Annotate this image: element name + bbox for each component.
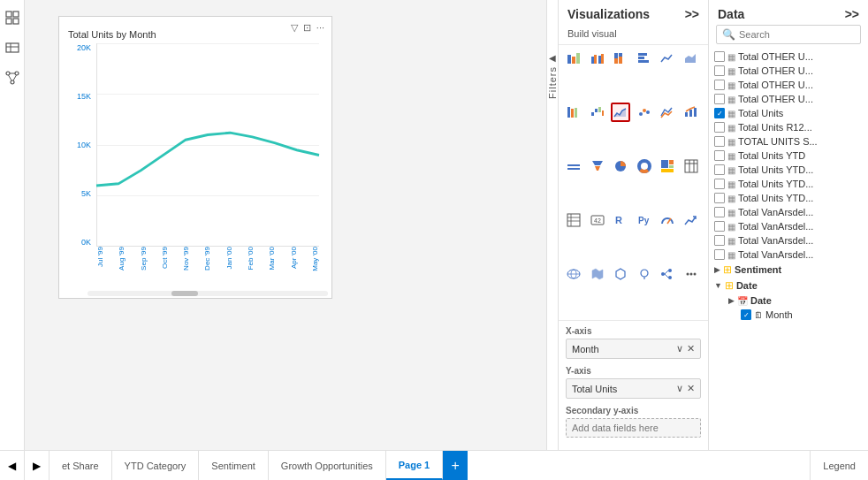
section-sentiment[interactable]: ▶ ⊞ Sentiment	[712, 262, 864, 278]
list-item[interactable]: ▦ Total OTHER U...	[712, 64, 864, 78]
tab-legend[interactable]: Legend	[810, 451, 868, 480]
viz-line-chart[interactable]	[658, 49, 677, 68]
nav-report-icon[interactable]	[4, 9, 21, 27]
item-checkbox-3[interactable]	[714, 94, 725, 104]
list-item[interactable]: ▦ Total VanArsdel...	[712, 205, 864, 219]
viz-bar-chart2[interactable]	[564, 156, 583, 176]
x-axis-chevron[interactable]: ∨	[676, 343, 683, 354]
nav-model-icon[interactable]	[4, 69, 21, 87]
viz-table[interactable]	[681, 156, 701, 176]
viz-treemap[interactable]	[658, 156, 677, 176]
viz-expand-icon[interactable]: >>	[685, 7, 699, 21]
y-axis-box[interactable]: Total Units ∨ ✕	[566, 378, 701, 399]
list-item[interactable]: ▦ Total Units YTD...	[712, 163, 864, 177]
item-checkbox-14[interactable]	[714, 249, 725, 260]
viz-grouped-bar[interactable]	[588, 49, 607, 68]
viz-card[interactable]: 42	[588, 210, 607, 230]
month-item[interactable]: 🗓 Month	[727, 308, 864, 322]
nav-data-icon[interactable]	[4, 39, 21, 57]
item-checkbox-1[interactable]	[714, 65, 725, 76]
viz-python[interactable]: Py	[635, 210, 654, 230]
table-icon-0: ▦	[727, 52, 735, 62]
item-checkbox-11[interactable]	[714, 207, 725, 217]
list-item[interactable]: ▦ TOTAL UNITS S...	[712, 134, 864, 149]
tab-ytd-category[interactable]: YTD Category	[112, 451, 200, 480]
h-scrollbar[interactable]	[88, 291, 328, 296]
tab-growth[interactable]: Growth Opportunities	[269, 451, 386, 480]
section-date[interactable]: ▼ ⊞ Date	[712, 278, 864, 293]
item-checkbox-10[interactable]	[714, 193, 725, 203]
svg-rect-49	[661, 160, 668, 168]
search-input[interactable]	[739, 29, 855, 40]
viz-more[interactable]	[681, 264, 701, 284]
item-checkbox-12[interactable]	[714, 221, 725, 232]
viz-r-visual[interactable]: R	[611, 210, 630, 230]
chart-filter-icon[interactable]: ▽	[291, 22, 298, 34]
viz-donut[interactable]	[635, 156, 654, 176]
viz-azure-map[interactable]	[635, 264, 654, 284]
list-item[interactable]: ▦ Total OTHER U...	[712, 92, 864, 106]
y-label-20k: 20K	[77, 43, 91, 52]
viz-ribbon[interactable]	[564, 103, 583, 122]
list-item[interactable]: ▦ Total Units	[712, 106, 864, 120]
x-axis-box[interactable]: Month ∨ ✕	[566, 339, 701, 359]
viz-bar-horizontal[interactable]	[635, 49, 654, 68]
viz-map[interactable]	[564, 264, 583, 284]
tab-page1[interactable]: Page 1	[386, 451, 443, 480]
item-label-6: TOTAL UNITS S...	[738, 136, 818, 147]
tab-add-button[interactable]: +	[443, 451, 468, 480]
list-item[interactable]: ▦ Total VanArsdel...	[712, 219, 864, 233]
viz-shape-map[interactable]	[611, 264, 630, 284]
item-checkbox-2[interactable]	[714, 80, 725, 90]
viz-scatter[interactable]	[635, 103, 654, 122]
chart-expand-icon[interactable]: ⊡	[303, 22, 311, 34]
y-axis-remove[interactable]: ✕	[687, 383, 695, 394]
viz-funnel[interactable]	[588, 156, 607, 176]
viz-gauge[interactable]	[658, 210, 677, 230]
section-date-sub[interactable]: ▶ 📅 Date	[727, 293, 864, 308]
item-checkbox-4[interactable]	[714, 108, 725, 118]
x-axis-remove[interactable]: ✕	[687, 343, 695, 354]
viz-kpi[interactable]	[681, 210, 701, 230]
viz-area-line-selected[interactable]	[611, 103, 630, 122]
item-checkbox-9[interactable]	[714, 179, 725, 189]
item-checkbox-5[interactable]	[714, 122, 725, 133]
tab-market-share[interactable]: et Share	[49, 451, 112, 480]
secondary-y-add[interactable]: Add data fields here	[566, 418, 701, 438]
item-checkbox-8[interactable]	[714, 164, 725, 175]
list-item[interactable]: ▦ Total VanArsdel...	[712, 233, 864, 248]
svg-marker-35	[614, 109, 626, 117]
list-item[interactable]: ▦ Total Units R12...	[712, 120, 864, 134]
viz-decomp-tree[interactable]	[658, 264, 677, 284]
tab-next[interactable]: ▶	[25, 451, 49, 480]
data-expand-icon[interactable]: >>	[845, 7, 859, 21]
viz-filled-map[interactable]	[588, 264, 607, 284]
list-item[interactable]: ▦ Total Units YTD...	[712, 177, 864, 191]
viz-stacked-bar[interactable]	[564, 49, 583, 68]
item-checkbox-0[interactable]	[714, 51, 725, 62]
item-checkbox-6[interactable]	[714, 136, 725, 147]
viz-area-chart[interactable]	[681, 49, 701, 68]
viz-matrix[interactable]	[564, 210, 583, 230]
h-scrollbar-thumb[interactable]	[171, 291, 198, 296]
tab-sentiment[interactable]: Sentiment	[199, 451, 269, 480]
data-search-box[interactable]: 🔍	[716, 25, 861, 44]
list-item[interactable]: ▦ Total Units YTD	[712, 149, 864, 163]
viz-stacked-bar-100[interactable]	[611, 49, 630, 68]
viz-combo[interactable]	[681, 103, 701, 122]
x-label-9: Mar '00	[268, 247, 276, 270]
viz-line2[interactable]	[658, 103, 677, 122]
item-checkbox-13[interactable]	[714, 235, 725, 246]
list-item[interactable]: ▦ Total OTHER U...	[712, 50, 864, 64]
item-checkbox-7[interactable]	[714, 150, 725, 161]
list-item[interactable]: ▦ Total Units YTD...	[712, 191, 864, 205]
tab-prev[interactable]: ◀	[0, 451, 25, 480]
month-checkbox[interactable]	[741, 309, 751, 320]
viz-pie[interactable]	[611, 156, 630, 176]
y-axis-chevron[interactable]: ∨	[676, 383, 683, 394]
viz-waterfall[interactable]	[588, 103, 607, 122]
list-item[interactable]: ▦ Total OTHER U...	[712, 78, 864, 92]
chart-more-icon[interactable]: ···	[316, 22, 324, 34]
filters-panel[interactable]: ◀ Filters	[546, 0, 559, 450]
list-item[interactable]: ▦ Total VanArsdel...	[712, 248, 864, 262]
